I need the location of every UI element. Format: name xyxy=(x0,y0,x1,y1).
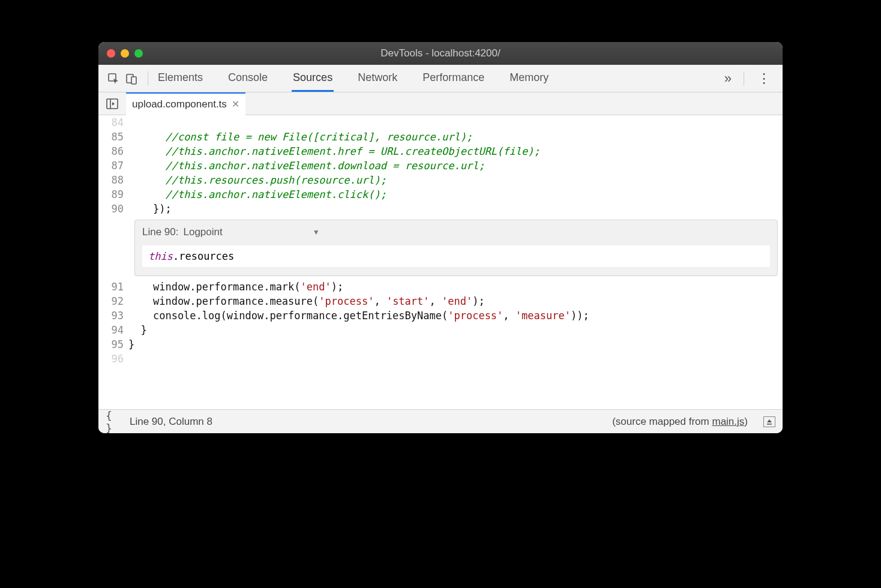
toolbar-divider xyxy=(148,71,148,86)
code-line[interactable]: //const file = new File([critical], reso… xyxy=(128,130,783,144)
toolbar-divider-2 xyxy=(744,71,744,86)
line-number[interactable]: 96 xyxy=(98,352,128,366)
line-number[interactable]: 84 xyxy=(98,115,128,130)
code-line[interactable]: } xyxy=(128,337,783,352)
code-line[interactable]: window.performance.measure('process', 's… xyxy=(128,294,783,308)
code-line[interactable]: //this.resources.push(resource.url); xyxy=(128,173,783,187)
titlebar[interactable]: DevTools - localhost:4200/ xyxy=(98,42,783,65)
code-line[interactable] xyxy=(128,115,783,130)
svg-rect-5 xyxy=(767,424,772,425)
svg-rect-2 xyxy=(131,77,136,84)
line-number[interactable]: 87 xyxy=(98,158,128,173)
code-line[interactable]: }); xyxy=(128,202,783,216)
tab-network[interactable]: Network xyxy=(356,65,398,92)
show-debugger-icon[interactable] xyxy=(763,416,775,427)
tab-performance[interactable]: Performance xyxy=(421,65,486,92)
source-map-link[interactable]: main.js xyxy=(712,416,744,427)
code-line[interactable]: //this.anchor.nativeElement.download = r… xyxy=(128,158,783,173)
logpoint-expression-input[interactable]: this.resources xyxy=(142,245,770,267)
code-line[interactable]: window.performance.mark('end'); xyxy=(128,280,783,294)
line-number[interactable]: 85 xyxy=(98,130,128,144)
line-number[interactable]: 88 xyxy=(98,173,128,187)
chevron-down-icon: ▼ xyxy=(313,225,320,239)
navigator-toggle-icon[interactable] xyxy=(104,96,120,112)
line-number[interactable]: 93 xyxy=(98,308,128,323)
file-tab-name: upload.component.ts xyxy=(132,98,227,110)
breakpoint-type-value: Logpoint xyxy=(184,225,223,239)
line-number[interactable]: 94 xyxy=(98,323,128,337)
statusbar: { } Line 90, Column 8 (source mapped fro… xyxy=(98,409,783,433)
settings-kebab-icon[interactable]: ⋮ xyxy=(753,71,775,86)
pretty-print-icon[interactable]: { } xyxy=(106,414,121,430)
source-mapped-label: (source mapped from main.js) xyxy=(612,416,748,428)
code-line[interactable]: console.log(window.performance.getEntrie… xyxy=(128,308,783,323)
tab-memory[interactable]: Memory xyxy=(508,65,550,92)
panel-tabs: Elements Console Sources Network Perform… xyxy=(157,65,718,92)
tab-elements[interactable]: Elements xyxy=(157,65,204,92)
sources-subtoolbar: upload.component.ts ✕ xyxy=(98,92,783,115)
breakpoint-type-select[interactable]: Logpoint▼ xyxy=(184,225,320,239)
logpoint-expr-rest: .resources xyxy=(173,250,234,262)
inspect-element-icon[interactable] xyxy=(106,71,121,86)
logpoint-panel: Line 90:Logpoint▼this.resources xyxy=(134,220,778,276)
tabs-overflow-button[interactable]: » xyxy=(721,71,735,86)
line-number[interactable]: 95 xyxy=(98,337,128,352)
code-line[interactable] xyxy=(128,352,783,366)
line-number[interactable]: 86 xyxy=(98,144,128,158)
logpoint-expr-this: this xyxy=(148,250,173,262)
cursor-position: Line 90, Column 8 xyxy=(130,416,212,428)
main-toolbar: Elements Console Sources Network Perform… xyxy=(98,65,783,92)
window-title: DevTools - localhost:4200/ xyxy=(98,47,783,59)
code-editor[interactable]: 84 85 //const file = new File([critical]… xyxy=(98,115,783,409)
code-line[interactable]: //this.anchor.nativeElement.href = URL.c… xyxy=(128,144,783,158)
tab-console[interactable]: Console xyxy=(227,65,269,92)
code-line[interactable]: } xyxy=(128,323,783,337)
close-tab-icon[interactable]: ✕ xyxy=(232,98,239,110)
tab-sources[interactable]: Sources xyxy=(292,65,334,92)
code-line[interactable]: //this.anchor.nativeElement.click(); xyxy=(128,187,783,202)
devtools-window: DevTools - localhost:4200/ Elements Cons… xyxy=(98,42,783,433)
logpoint-line-label: Line 90: xyxy=(142,225,179,239)
line-number[interactable]: 91 xyxy=(98,280,128,294)
line-number[interactable]: 89 xyxy=(98,187,128,202)
file-tab[interactable]: upload.component.ts ✕ xyxy=(126,92,245,115)
line-number[interactable]: 92 xyxy=(98,294,128,308)
line-number[interactable]: 90 xyxy=(98,202,128,216)
device-toolbar-icon[interactable] xyxy=(124,71,139,86)
